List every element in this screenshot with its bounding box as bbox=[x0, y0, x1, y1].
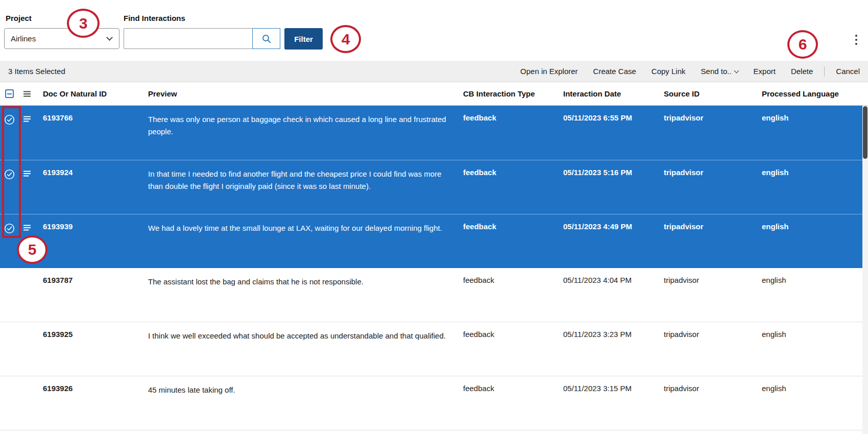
row-preview: There was only one person at baggage che… bbox=[148, 113, 463, 138]
project-label: Project bbox=[6, 14, 32, 22]
annotation-rectangle bbox=[2, 106, 21, 238]
row-preview: In that time I needed to find another fl… bbox=[148, 168, 463, 192]
find-interactions-input[interactable] bbox=[124, 28, 253, 49]
row-notes-icon[interactable] bbox=[22, 114, 32, 124]
open-in-explorer-button[interactable]: Open in Explorer bbox=[520, 67, 578, 76]
row-doc-id: 6193926 bbox=[36, 384, 148, 393]
table-row[interactable]: 6193926 45 minutes late taking off. feed… bbox=[0, 376, 868, 430]
row-interaction-date: 05/11/2023 4:04 PM bbox=[563, 276, 664, 284]
row-processed-language: english bbox=[762, 330, 868, 339]
create-case-button[interactable]: Create Case bbox=[593, 67, 636, 76]
header-preview[interactable]: Preview bbox=[148, 89, 463, 98]
row-interaction-type: feedback bbox=[463, 276, 563, 284]
row-source-id: tripadvisor bbox=[664, 276, 762, 284]
annotation-callout-6: 6 bbox=[787, 30, 818, 59]
row-doc-id: 6193766 bbox=[36, 113, 148, 122]
row-doc-id: 6193924 bbox=[36, 168, 148, 177]
row-processed-language: english bbox=[762, 168, 868, 177]
row-preview: The assistant lost the bag and claims th… bbox=[148, 276, 463, 288]
row-doc-id: 6193787 bbox=[36, 276, 148, 284]
row-preview: 45 minutes late taking off. bbox=[148, 384, 463, 396]
send-to-label: Send to.. bbox=[701, 67, 732, 76]
row-interaction-type: feedback bbox=[463, 384, 563, 393]
row-processed-language: english bbox=[762, 384, 868, 393]
table-row[interactable]: 6193766 There was only one person at bag… bbox=[0, 106, 868, 160]
row-preview: We had a lovely time at the small lounge… bbox=[148, 222, 463, 234]
find-interactions-group bbox=[124, 28, 280, 49]
project-select[interactable]: Airlines bbox=[4, 28, 119, 49]
row-notes-icon[interactable] bbox=[22, 169, 32, 178]
table-row[interactable]: 6193924 In that time I needed to find an… bbox=[0, 160, 868, 214]
column-menu-icon[interactable] bbox=[22, 89, 32, 99]
copy-link-button[interactable]: Copy Link bbox=[652, 67, 686, 76]
vertical-scrollbar-track[interactable] bbox=[862, 106, 868, 434]
row-source-id: tripadvisor bbox=[664, 384, 762, 393]
row-interaction-date: 05/11/2023 3:23 PM bbox=[563, 330, 664, 339]
vertical-scrollbar-thumb[interactable] bbox=[863, 106, 867, 159]
annotation-callout-3: 3 bbox=[67, 9, 100, 38]
row-processed-language: english bbox=[762, 276, 868, 284]
row-notes-icon[interactable] bbox=[22, 223, 32, 232]
row-doc-id: 6193939 bbox=[36, 222, 148, 231]
header-interaction-type[interactable]: CB Interaction Type bbox=[463, 89, 563, 98]
selection-action-bar: 3 Items Selected Open in Explorer Create… bbox=[0, 61, 868, 82]
chevron-down-icon bbox=[106, 34, 113, 41]
row-interaction-date: 05/11/2023 5:16 PM bbox=[563, 168, 664, 177]
action-divider bbox=[824, 66, 825, 77]
search-button[interactable] bbox=[252, 28, 280, 49]
header-interaction-date[interactable]: Interaction Date bbox=[563, 89, 664, 98]
table-row[interactable]: 6193939 We had a lovely time at the smal… bbox=[0, 214, 868, 268]
annotation-callout-5: 5 bbox=[17, 235, 47, 264]
row-processed-language: english bbox=[762, 113, 868, 122]
search-icon bbox=[261, 34, 272, 44]
table-header: Doc Or Natural ID Preview CB Interaction… bbox=[0, 82, 868, 106]
export-button[interactable]: Export bbox=[754, 67, 776, 76]
items-selected-count: 3 Items Selected bbox=[8, 67, 65, 76]
select-all-checkbox[interactable] bbox=[5, 89, 14, 98]
table-row[interactable]: 6193787 The assistant lost the bag and c… bbox=[0, 268, 868, 322]
row-source-id: tripadvisor bbox=[664, 168, 762, 177]
row-interaction-date: 05/11/2023 4:49 PM bbox=[563, 222, 664, 231]
find-interactions-label: Find Interactions bbox=[124, 14, 185, 22]
cancel-button[interactable]: Cancel bbox=[836, 67, 860, 76]
chevron-down-icon bbox=[734, 68, 739, 73]
row-interaction-type: feedback bbox=[463, 330, 563, 339]
row-interaction-type: feedback bbox=[463, 168, 563, 177]
project-select-value: Airlines bbox=[11, 34, 36, 43]
row-doc-id: 6193925 bbox=[36, 330, 148, 339]
row-preview: I think we well exceeded what should be … bbox=[148, 330, 463, 342]
row-source-id: tripadvisor bbox=[664, 222, 762, 231]
annotation-callout-4: 4 bbox=[330, 25, 361, 53]
table-row[interactable]: 6193925 I think we well exceeded what sh… bbox=[0, 322, 868, 376]
delete-button[interactable]: Delete bbox=[791, 67, 813, 76]
filter-button[interactable]: Filter bbox=[284, 28, 323, 50]
row-source-id: tripadvisor bbox=[664, 113, 762, 122]
header-source-id[interactable]: Source ID bbox=[664, 89, 762, 98]
row-interaction-type: feedback bbox=[463, 222, 563, 231]
row-source-id: tripadvisor bbox=[664, 330, 762, 339]
row-processed-language: english bbox=[762, 222, 868, 231]
send-to-button[interactable]: Send to.. bbox=[701, 67, 738, 76]
header-doc-id[interactable]: Doc Or Natural ID bbox=[36, 89, 148, 98]
kebab-menu-icon[interactable] bbox=[851, 32, 862, 48]
row-interaction-date: 05/11/2023 3:15 PM bbox=[563, 384, 664, 393]
action-links: Open in Explorer Create Case Copy Link S… bbox=[520, 66, 860, 77]
row-interaction-type: feedback bbox=[463, 113, 563, 122]
header-processed-language[interactable]: Processed Language bbox=[762, 89, 868, 98]
row-interaction-date: 05/11/2023 6:55 PM bbox=[563, 113, 664, 122]
toolbar: Project Airlines Find Interactions Filte… bbox=[0, 0, 868, 61]
